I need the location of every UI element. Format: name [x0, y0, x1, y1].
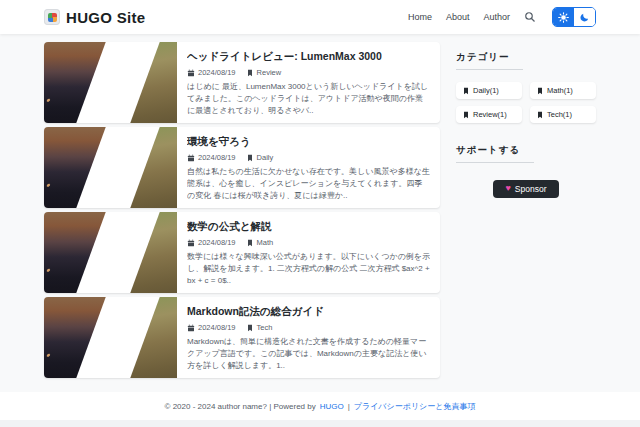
article-list: ヘッドライトレビュー: LumenMax 3000 2024/08/19 Rev… [44, 42, 440, 382]
article-date: 2024/08/19 [198, 68, 236, 77]
dark-mode-button[interactable] [574, 8, 595, 26]
site-title: HUGO Site [66, 9, 145, 26]
category-chip-tech[interactable]: Tech(1) [530, 106, 596, 123]
site-logo[interactable]: HUGO Site [44, 9, 145, 26]
article-excerpt: 自然は私たちの生活に欠かせない存在です。美しい風景や多様な生態系は、心を癒し、イ… [187, 166, 430, 202]
article-category[interactable]: Review [257, 68, 282, 77]
article-thumbnail [44, 42, 177, 123]
article-card[interactable]: 数学の公式と解説 2024/08/19 Math 数学には様々な興味深い公式があ… [44, 212, 440, 293]
calendar-icon [187, 69, 195, 77]
bookmark-icon [536, 87, 544, 95]
article-title[interactable]: 環境を守ろう [187, 135, 430, 149]
category-chip-label: Math(1) [547, 86, 573, 95]
calendar-icon [187, 239, 195, 247]
article-title[interactable]: 数学の公式と解説 [187, 220, 430, 234]
article-thumbnail [44, 212, 177, 293]
bookmark-icon [246, 69, 254, 77]
footer-strip [0, 420, 640, 427]
article-excerpt: はじめに 最近、LumenMax 3000という新しいヘッドライトを試してみまし… [187, 81, 430, 117]
category-chip-label: Review(1) [473, 110, 507, 119]
site-header: HUGO Site Home About Author [0, 0, 640, 34]
article-card[interactable]: 環境を守ろう 2024/08/19 Daily 自然は私たちの生活に欠かせない存… [44, 127, 440, 208]
nav-link-author[interactable]: Author [483, 12, 510, 22]
nav-link-about[interactable]: About [446, 12, 470, 22]
nav-link-home[interactable]: Home [408, 12, 432, 22]
site-footer: © 2020 - 2024 author name? | Powered by … [0, 392, 640, 420]
favicon-icon [44, 9, 60, 25]
moon-icon [579, 12, 590, 23]
calendar-icon [187, 154, 195, 162]
main-nav: Home About Author [408, 7, 596, 27]
bookmark-icon [246, 239, 254, 247]
hugo-link[interactable]: HUGO [320, 402, 344, 411]
article-card[interactable]: ヘッドライトレビュー: LumenMax 3000 2024/08/19 Rev… [44, 42, 440, 123]
category-chip-review[interactable]: Review(1) [456, 106, 522, 123]
bookmark-icon [246, 154, 254, 162]
privacy-policy-link[interactable]: プライバシーポリシーと免責事項 [354, 401, 476, 412]
article-title[interactable]: Markdown記法の総合ガイド [187, 305, 430, 319]
article-thumbnail [44, 127, 177, 208]
sponsor-label: Sponsor [515, 184, 547, 194]
category-chips: Daily(1) Math(1) Review(1) Tech(1) [456, 82, 596, 123]
article-category[interactable]: Tech [257, 323, 273, 332]
heart-icon: ♥ [505, 184, 510, 193]
article-date: 2024/08/19 [198, 323, 236, 332]
light-mode-button[interactable] [553, 8, 574, 26]
sponsor-button[interactable]: ♥ Sponsor [493, 180, 558, 198]
page-content: ヘッドライトレビュー: LumenMax 3000 2024/08/19 Rev… [44, 34, 596, 382]
bookmark-icon [462, 87, 470, 95]
theme-toggle [552, 7, 596, 27]
copyright-text: © 2020 - 2024 author name? | Powered by [165, 402, 316, 411]
article-category[interactable]: Math [257, 238, 274, 247]
categories-heading: カテゴリー [456, 51, 523, 70]
bookmark-icon [462, 111, 470, 119]
footer-separator: | [348, 402, 350, 411]
bookmark-icon [246, 324, 254, 332]
article-category[interactable]: Daily [257, 153, 274, 162]
search-icon[interactable] [524, 11, 536, 23]
category-chip-daily[interactable]: Daily(1) [456, 82, 522, 99]
article-date: 2024/08/19 [198, 153, 236, 162]
bookmark-icon [536, 111, 544, 119]
article-excerpt: Markdownは、簡単に構造化された文書を作成するための軽量マークアップ言語で… [187, 336, 430, 372]
article-date: 2024/08/19 [198, 238, 236, 247]
category-chip-label: Daily(1) [473, 86, 499, 95]
calendar-icon [187, 324, 195, 332]
article-thumbnail [44, 297, 177, 378]
category-chip-label: Tech(1) [547, 110, 572, 119]
sun-icon [558, 12, 569, 23]
support-heading: サポートする [456, 144, 534, 163]
article-excerpt: 数学には様々な興味深い公式があります。以下にいくつかの例を示し、解説を加えます。… [187, 251, 430, 287]
sidebar: カテゴリー Daily(1) Math(1) Review(1) Tech(1)… [456, 42, 596, 382]
article-title[interactable]: ヘッドライトレビュー: LumenMax 3000 [187, 50, 430, 64]
category-chip-math[interactable]: Math(1) [530, 82, 596, 99]
article-card[interactable]: Markdown記法の総合ガイド 2024/08/19 Tech Markdow… [44, 297, 440, 378]
